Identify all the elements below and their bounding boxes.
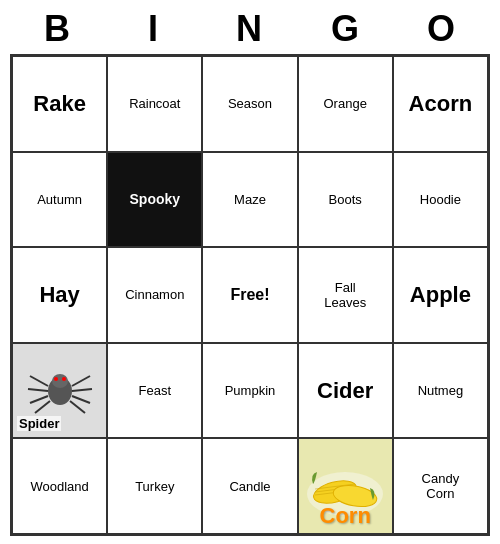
cell-r0c0: Rake — [12, 56, 107, 152]
svg-point-11 — [62, 377, 66, 381]
svg-line-2 — [30, 376, 48, 386]
svg-line-8 — [72, 396, 90, 403]
title-g: G — [301, 8, 391, 50]
cell-r3c1: Feast — [107, 343, 202, 439]
cell-r3c2: Pumpkin — [202, 343, 297, 439]
cell-r1c0: Autumn — [12, 152, 107, 248]
cell-r3c0: Spider — [12, 343, 107, 439]
cell-r0c3: Orange — [298, 56, 393, 152]
title-n: N — [205, 8, 295, 50]
cell-r1c1: Spooky — [107, 152, 202, 248]
cell-r4c4: Candy Corn — [393, 438, 488, 534]
svg-point-1 — [52, 374, 68, 388]
title-b: B — [13, 8, 103, 50]
cell-r1c3: Boots — [298, 152, 393, 248]
cell-r4c2: Candle — [202, 438, 297, 534]
cell-r0c4: Acorn — [393, 56, 488, 152]
cell-r3c3: Cider — [298, 343, 393, 439]
cell-r0c2: Season — [202, 56, 297, 152]
cell-r2c2: Free! — [202, 247, 297, 343]
svg-line-7 — [72, 389, 92, 391]
svg-line-6 — [72, 376, 90, 386]
bingo-grid: RakeRaincoatSeasonOrangeAcornAutumnSpook… — [10, 54, 490, 536]
cell-r2c0: Hay — [12, 247, 107, 343]
svg-point-10 — [54, 377, 58, 381]
svg-line-3 — [28, 389, 48, 391]
cell-r4c3: Corn — [298, 438, 393, 534]
bingo-title: B I N G O — [10, 8, 490, 50]
svg-line-4 — [30, 396, 48, 403]
cell-r2c4: Apple — [393, 247, 488, 343]
cell-r1c4: Hoodie — [393, 152, 488, 248]
svg-line-5 — [35, 401, 50, 413]
cell-r2c1: Cinnamon — [107, 247, 202, 343]
title-o: O — [397, 8, 487, 50]
cell-r3c4: Nutmeg — [393, 343, 488, 439]
cell-r2c3: Fall Leaves — [298, 247, 393, 343]
cell-r1c2: Maze — [202, 152, 297, 248]
title-i: I — [109, 8, 199, 50]
svg-line-9 — [70, 401, 85, 413]
cell-r0c1: Raincoat — [107, 56, 202, 152]
cell-r4c1: Turkey — [107, 438, 202, 534]
cell-r4c0: Woodland — [12, 438, 107, 534]
